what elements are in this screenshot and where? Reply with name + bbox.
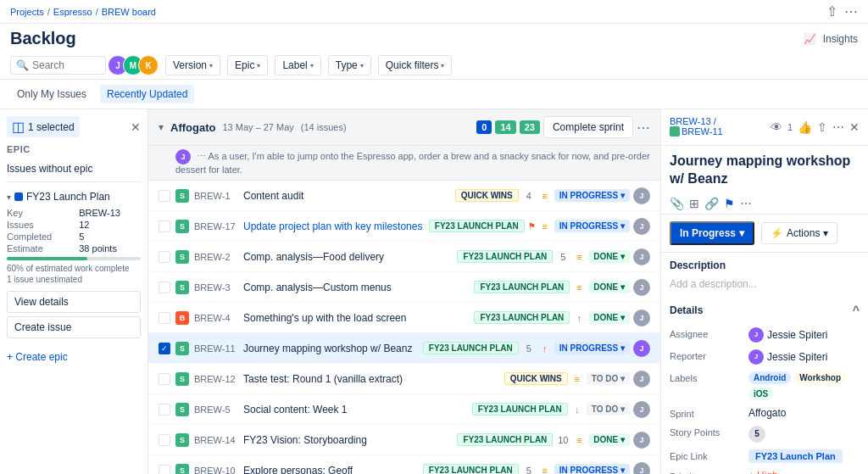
- issue-tag[interactable]: FY23 LAUNCH PLAN: [457, 250, 553, 263]
- link-icon[interactable]: 🔗: [704, 197, 719, 210]
- table-row[interactable]: B BREW-4 Something's up with the load sc…: [148, 303, 660, 333]
- issues-without-epic[interactable]: Issues without epic: [7, 159, 141, 178]
- details-collapse-icon[interactable]: ^: [853, 304, 860, 317]
- complete-sprint-button[interactable]: Complete sprint: [543, 116, 633, 138]
- tab-only-my-issues[interactable]: Only My Issues: [10, 85, 93, 103]
- breadcrumb-board[interactable]: BREW board: [102, 7, 156, 17]
- version-dropdown[interactable]: Version▾: [165, 55, 220, 75]
- search-box[interactable]: 🔍: [10, 56, 106, 75]
- assignee-value[interactable]: J Jessie Spiteri: [748, 327, 860, 343]
- issue-tag[interactable]: FY23 LAUNCH PLAN: [472, 403, 568, 415]
- status-badge[interactable]: DONE ▾: [588, 281, 630, 293]
- breadcrumb: Projects / Espresso / BREW board: [10, 7, 156, 17]
- share-icon[interactable]: ⇧: [826, 3, 837, 20]
- status-badge[interactable]: TO DO ▾: [587, 372, 630, 385]
- status-badge[interactable]: DONE ▾: [588, 250, 630, 263]
- issue-key: BREW-1: [194, 191, 238, 201]
- status-badge[interactable]: IN PROGRESS ▾: [554, 342, 630, 354]
- sprint-desc-more[interactable]: ⋯: [197, 151, 206, 161]
- table-row[interactable]: S BREW-10 Explore personas: Geoff FY23 L…: [148, 455, 660, 474]
- create-epic-button[interactable]: + Create epic: [7, 347, 141, 367]
- flag-icon[interactable]: ⚑: [724, 197, 735, 210]
- actions-button[interactable]: ⚡ Actions ▾: [761, 222, 837, 244]
- issue-tag[interactable]: FY23 LAUNCH PLAN: [457, 433, 553, 446]
- issue-tag[interactable]: QUICK WINS: [504, 372, 568, 385]
- epic-dropdown[interactable]: Epic▾: [227, 55, 268, 75]
- issue-tag[interactable]: QUICK WINS: [455, 189, 519, 202]
- more-toolbar-icon[interactable]: ⋯: [740, 197, 752, 210]
- issue-tag[interactable]: FY23 LAUNCH PLAN: [429, 220, 525, 232]
- close-icon[interactable]: ✕: [849, 120, 860, 134]
- create-issue-button[interactable]: Create issue: [7, 316, 141, 338]
- close-icon[interactable]: ✕: [131, 120, 141, 134]
- attachment-icon[interactable]: 📎: [670, 197, 684, 210]
- table-row[interactable]: S BREW-3 Comp. analysis—Custom menus FY2…: [148, 272, 660, 303]
- like-icon[interactable]: 👍: [798, 120, 812, 134]
- issue-checkbox[interactable]: [159, 190, 170, 202]
- breadcrumb-projects[interactable]: Projects: [10, 7, 44, 17]
- quick-filters-dropdown[interactable]: Quick filters▾: [378, 55, 453, 75]
- table-row[interactable]: S BREW-12 Taste test: Round 1 (vanilla e…: [148, 364, 660, 394]
- issue-checkbox[interactable]: [159, 220, 170, 232]
- more-icon[interactable]: ⋯: [832, 120, 844, 134]
- table-row[interactable]: ✓ S BREW-11 Journey mapping workshop w/ …: [148, 333, 660, 364]
- issue-tag[interactable]: FY23 LAUNCH PLAN: [474, 281, 570, 293]
- tab-recently-updated[interactable]: Recently Updated: [100, 85, 194, 103]
- issue-checkbox[interactable]: [159, 282, 170, 293]
- insights-label[interactable]: Insights: [823, 33, 858, 45]
- label-ios[interactable]: iOS: [748, 388, 773, 400]
- selected-badge: ◫ 1 selected: [7, 116, 80, 137]
- label-dropdown[interactable]: Label▾: [275, 55, 320, 75]
- status-badge[interactable]: IN PROGRESS ▾: [554, 189, 630, 202]
- description-placeholder[interactable]: Add a description...: [670, 278, 860, 290]
- avatar-3[interactable]: K: [138, 55, 159, 75]
- breadcrumb-espresso[interactable]: Espresso: [53, 7, 92, 17]
- more-icon[interactable]: ⋯: [844, 3, 858, 20]
- status-badge[interactable]: DONE ▾: [588, 433, 630, 446]
- status-dropdown-button[interactable]: In Progress ▾: [670, 221, 754, 245]
- search-input[interactable]: [32, 59, 100, 71]
- issue-tag[interactable]: FY23 LAUNCH PLAN: [423, 464, 519, 474]
- rp-child-link[interactable]: BREW-11: [682, 126, 723, 137]
- story-points-value[interactable]: 5: [748, 426, 860, 443]
- rp-parent-link[interactable]: BREW-13: [670, 116, 711, 126]
- issue-checkbox[interactable]: [159, 465, 170, 475]
- issue-checkbox[interactable]: [159, 434, 170, 446]
- issue-checkbox[interactable]: [159, 312, 170, 324]
- issue-tag[interactable]: FY23 LAUNCH PLAN: [474, 311, 570, 324]
- reporter-value[interactable]: J Jessie Spiteri: [748, 349, 860, 365]
- status-badge[interactable]: IN PROGRESS ▾: [554, 464, 630, 474]
- issue-checkbox[interactable]: [159, 404, 170, 415]
- table-row[interactable]: S BREW-5 Social content: Week 1 FY23 LAU…: [148, 394, 660, 425]
- priority-icon: ≡: [539, 191, 551, 201]
- sprint-more-icon[interactable]: ⋯: [637, 120, 650, 136]
- epic-link-tag[interactable]: FY23 Launch Plan: [748, 449, 843, 463]
- epic-link-value[interactable]: FY23 Launch Plan: [748, 449, 860, 463]
- issue-checkbox[interactable]: [159, 373, 170, 385]
- table-row[interactable]: S BREW-1 Content audit QUICK WINS 4 ≡ IN…: [148, 181, 660, 211]
- share-icon[interactable]: ⇧: [817, 120, 827, 134]
- priority-value[interactable]: ↑ High: [748, 470, 860, 474]
- table-row[interactable]: S BREW-17 Update project plan with key m…: [148, 211, 660, 242]
- table-row[interactable]: S BREW-2 Comp. analysis—Food delivery FY…: [148, 242, 660, 272]
- status-badge[interactable]: IN PROGRESS ▾: [554, 220, 630, 232]
- status-badge[interactable]: DONE ▾: [588, 311, 630, 324]
- type-dropdown[interactable]: Type▾: [328, 55, 371, 75]
- sprint-badge-14: 14: [495, 120, 515, 134]
- table-row[interactable]: S BREW-14 FY23 Vision: Storyboarding FY2…: [148, 425, 660, 455]
- sprint-chevron[interactable]: ▾: [159, 121, 164, 133]
- assignee-avatar: J: [633, 218, 650, 235]
- epic-name[interactable]: ▾ FY23 Launch Plan: [7, 191, 141, 203]
- watch-icon[interactable]: 👁: [771, 120, 782, 134]
- issue-tag[interactable]: FY23 LAUNCH PLAN: [423, 342, 519, 354]
- label-workshop[interactable]: Workshop: [794, 371, 846, 384]
- sprint-value[interactable]: Affogato: [748, 407, 860, 419]
- view-details-button[interactable]: View details: [7, 291, 141, 313]
- status-badge[interactable]: TO DO ▾: [587, 403, 630, 415]
- label-android[interactable]: Android: [748, 371, 791, 384]
- issue-checkbox[interactable]: ✓: [159, 343, 170, 354]
- issue-checkbox[interactable]: [159, 251, 170, 263]
- child-issues-icon[interactable]: ⊞: [689, 197, 699, 210]
- labels-value[interactable]: Android Workshop iOS: [748, 371, 860, 400]
- issue-summary: Taste test: Round 1 (vanilla extract): [243, 373, 499, 385]
